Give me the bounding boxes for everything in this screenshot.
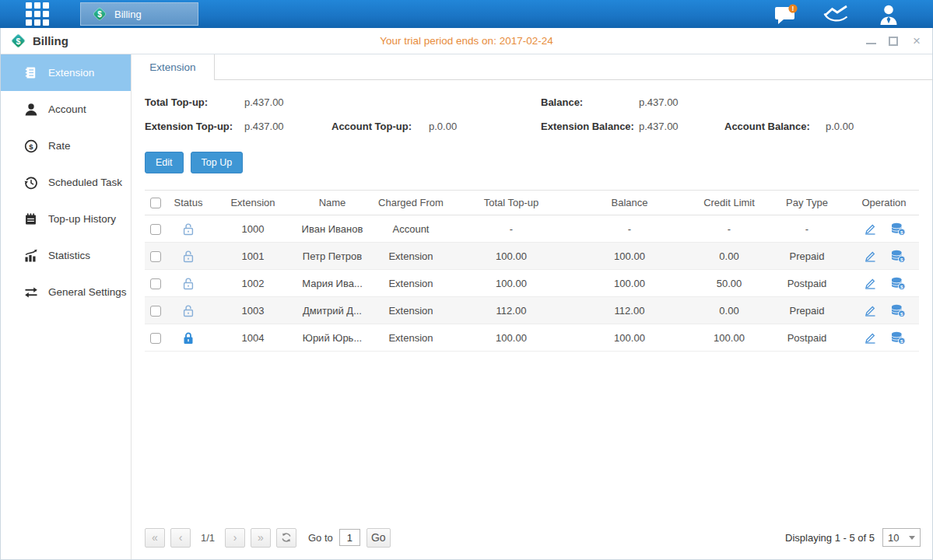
page-size-select[interactable]: 10 [882,528,921,547]
sidebar-item-statistics[interactable]: Statistics [1,237,131,274]
col-pay-type: Pay Type [769,197,845,208]
goto-page-input[interactable] [339,529,360,546]
col-total-topup: Total Top-up [453,197,570,208]
charged-from: Extension [369,250,453,262]
extension-name: Дмитрий Д... [296,305,369,317]
table-row[interactable]: 1004 Юрий Юрь... Extension 100.00 100.00… [145,324,919,352]
table-row[interactable]: 1002 Мария Ива... Extension 100.00 100.0… [145,270,919,297]
edit-pencil-icon[interactable] [863,222,877,236]
sidebar-item-extension[interactable]: Extension [1,54,131,91]
svg-text:$: $ [16,37,21,46]
table-header: Status Extension Name Charged From Total… [145,190,919,215]
screen: $ Billing ! [0,0,933,560]
extension-number: 1001 [210,250,296,262]
trial-notice: Your trial period ends on: 2017-02-24 [1,35,932,47]
topup-history-notepad-icon [23,212,38,226]
statistics-bars-icon [23,249,38,263]
topup-coins-icon[interactable]: $ [891,222,906,236]
pagination-bar: « ‹ 1/1 › » Go to Go [132,519,932,559]
extension-number: 1003 [210,305,296,317]
maximize-icon[interactable] [889,37,898,46]
total-topup-label: Total Top-up: [145,96,208,108]
extension-number: 1000 [210,223,296,235]
extension-name: Иван Иванов [296,223,369,235]
extension-balance-label: Extension Balance: [541,121,634,132]
credit-limit: 100.00 [689,332,769,344]
table-row[interactable]: 1000 Иван Иванов Account - - - - [145,215,919,243]
statistics-chart-icon[interactable] [823,4,852,24]
sidebar-item-general-settings[interactable]: General Settings [1,274,131,310]
select-all-checkbox[interactable] [150,198,161,208]
row-checkbox[interactable] [150,278,161,289]
tab-extension[interactable]: Extension [132,54,215,80]
topup-coins-icon[interactable]: $ [891,331,906,345]
charged-from: Account [369,223,453,235]
col-extension: Extension [210,197,296,208]
total-topup: 112.00 [453,305,570,317]
first-page-button[interactable]: « [145,528,165,548]
edit-pencil-icon[interactable] [863,250,877,263]
rate-dollar-icon: $ [23,139,38,153]
last-page-button[interactable]: » [251,528,271,548]
sidebar-item-scheduled-task[interactable]: Scheduled Task [1,164,131,201]
user-account-icon[interactable] [877,4,900,25]
next-page-button[interactable]: › [225,528,245,548]
sidebar-item-label: Rate [48,140,71,152]
svg-text:$: $ [900,338,903,344]
topup-coins-icon[interactable]: $ [891,250,906,263]
balance: 100.00 [570,250,689,262]
balance: 112.00 [570,305,689,317]
extension-name: Мария Ива... [296,278,369,289]
col-status: Status [167,197,210,208]
edit-pencil-icon[interactable] [863,304,877,317]
scheduled-task-clock-icon [23,176,38,190]
topup-coins-icon[interactable]: $ [891,277,906,290]
extension-number: 1002 [210,278,296,289]
go-button[interactable]: Go [367,528,391,548]
sidebar-item-topup-history[interactable]: Top-up History [1,201,131,237]
account-person-icon [23,103,38,117]
tabstrip-filler [215,54,932,80]
displaying-text: Displaying 1 - 5 of 5 [785,532,875,544]
row-checkbox[interactable] [150,333,161,344]
extension-number: 1004 [210,332,296,344]
sidebar-item-account[interactable]: Account [1,91,131,128]
topup-coins-icon[interactable]: $ [891,304,906,317]
taskbar-tab-billing[interactable]: $ Billing [80,2,198,26]
account-topup-label: Account Top-up: [331,121,412,132]
app-launcher-grid-icon[interactable] [26,2,49,26]
row-checkbox[interactable] [150,306,161,317]
col-operation: Operation [845,197,923,208]
top-up-button[interactable]: Top Up [191,152,244,173]
close-icon[interactable]: × [910,35,923,47]
row-checkbox[interactable] [150,251,161,262]
notifications-chat-icon[interactable]: ! [774,4,798,25]
extension-topup-label: Extension Top-up: [145,121,233,132]
edit-pencil-icon[interactable] [863,277,877,290]
status-lock-icon [167,222,210,235]
svg-text:!: ! [792,5,794,12]
table-row[interactable]: 1001 Петр Петров Extension 100.00 100.00… [145,243,919,270]
extension-name: Петр Петров [296,250,369,262]
prev-page-button[interactable]: ‹ [170,528,191,548]
taskbar-tab-label: Billing [114,9,142,20]
window-titlebar: $ Billing Your trial period ends on: 201… [1,28,932,54]
sidebar-item-label: Account [48,103,86,115]
table-row[interactable]: 1003 Дмитрий Д... Extension 112.00 112.0… [145,297,919,324]
balance: - [570,223,689,235]
refresh-button[interactable] [276,528,296,548]
edit-button[interactable]: Edit [145,152,184,173]
extension-balance-value: p.437.00 [639,121,679,132]
charged-from: Extension [369,305,453,317]
sidebar-item-label: General Settings [48,286,127,298]
status-lock-icon [167,249,210,262]
page-indicator: 1/1 [196,532,219,544]
row-checkbox[interactable] [150,224,161,235]
status-lock-icon [167,331,210,344]
status-lock-icon [167,303,210,317]
minimize-icon[interactable] [866,37,876,44]
sidebar-item-rate[interactable]: $ Rate [1,128,131,164]
edit-pencil-icon[interactable] [863,331,877,345]
charged-from: Extension [369,278,453,289]
total-topup: - [453,223,570,235]
